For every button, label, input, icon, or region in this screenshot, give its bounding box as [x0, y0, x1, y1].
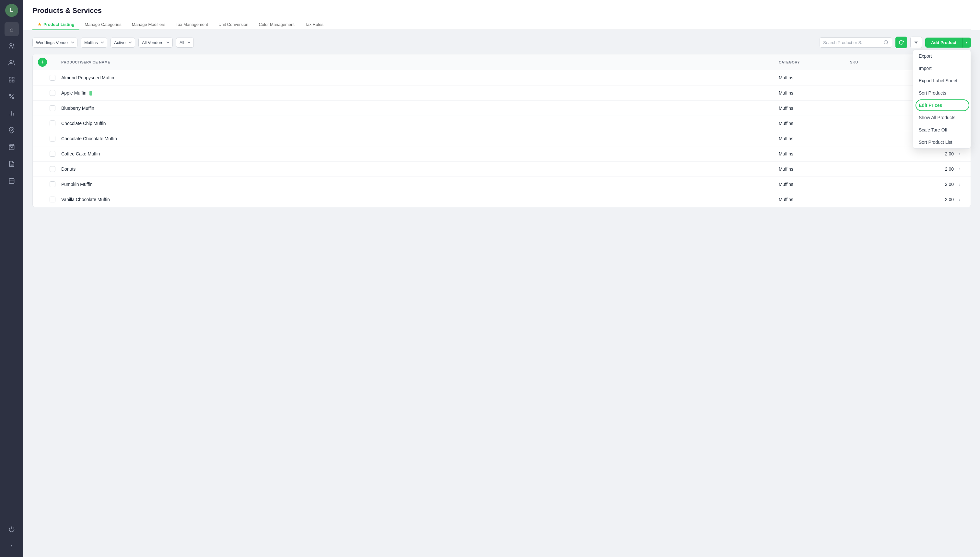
sidebar-item-calendar[interactable] [5, 174, 19, 188]
product-category: Muffins [779, 182, 850, 187]
table-row: Donuts Muffins 2.00 › [33, 161, 970, 177]
table-row: Chocolate Chocolate Muffin Muffins 2.00 … [33, 131, 970, 147]
add-product-dropdown-button[interactable]: ▾ [962, 37, 971, 47]
svg-point-8 [13, 98, 14, 99]
add-product-group: Add Product ▾ [925, 37, 971, 47]
svg-point-0 [10, 44, 12, 46]
add-product-button[interactable]: Add Product [925, 37, 962, 47]
sidebar-item-report[interactable] [5, 157, 19, 171]
product-name: Pumpkin Muffin [61, 182, 779, 187]
table-row: Chocolate Chip Muffin Muffins 2.00 › [33, 116, 970, 131]
table-row: Pumpkin Muffin Muffins 2.00 › [33, 177, 970, 192]
status-filter[interactable]: Active [111, 37, 135, 47]
product-badge [90, 91, 92, 96]
product-name: Apple Muffin [61, 90, 779, 96]
collapse-icon[interactable]: › [5, 539, 19, 553]
tab-color-management[interactable]: Color Management [253, 20, 300, 30]
menu-item-scale-tare[interactable]: Scale Tare Off [913, 124, 970, 136]
tab-manage-modifiers[interactable]: Manage Modifiers [127, 20, 170, 30]
vendor-filter[interactable]: All Vendors [138, 37, 173, 47]
sidebar-item-team[interactable] [5, 56, 19, 70]
tab-bar: ★ Product Listing Manage Categories Mana… [33, 20, 971, 30]
table-row: Vanilla Chocolate Muffin Muffins 2.00 › [33, 192, 970, 207]
sidebar-item-percent[interactable] [5, 90, 19, 104]
product-price: 2.00 [908, 151, 954, 156]
menu-item-sort-products[interactable]: Sort Products [913, 87, 970, 99]
row-expand[interactable]: › [954, 151, 965, 156]
menu-item-import[interactable]: Import [913, 62, 970, 75]
row-checkbox[interactable] [50, 197, 56, 202]
svg-rect-5 [10, 80, 11, 82]
row-checkbox[interactable] [50, 151, 56, 157]
search-input[interactable] [823, 40, 882, 45]
search-container [820, 37, 892, 47]
svg-line-6 [10, 94, 14, 98]
menu-item-edit-prices[interactable]: Edit Prices [913, 99, 970, 111]
product-category: Muffins [779, 106, 850, 111]
svg-point-12 [11, 129, 13, 130]
svg-rect-4 [12, 80, 14, 82]
filters-bar: Weddings Venue Muffins Active All Vendor… [33, 37, 971, 48]
header-sku: SKU [850, 60, 908, 64]
row-checkbox[interactable] [50, 181, 56, 187]
search-icon [884, 40, 889, 45]
page-header: Products & Services ★ Product Listing Ma… [23, 0, 980, 30]
row-checkbox[interactable] [50, 136, 56, 142]
row-checkbox[interactable] [50, 166, 56, 172]
page-title: Products & Services [33, 7, 971, 15]
row-expand[interactable]: › [954, 182, 965, 187]
misc-filter[interactable]: All [176, 37, 194, 47]
sidebar-item-chart[interactable] [5, 106, 19, 121]
product-category: Muffins [779, 197, 850, 202]
category-filter[interactable]: Muffins [81, 37, 107, 47]
refresh-button[interactable] [895, 37, 907, 48]
tab-tax-rules[interactable]: Tax Rules [300, 20, 328, 30]
sidebar-item-bag[interactable] [5, 140, 19, 154]
user-avatar[interactable]: L [5, 4, 18, 17]
product-name: Blueberry Muffin [61, 106, 779, 111]
product-category: Muffins [779, 90, 850, 96]
row-checkbox[interactable] [50, 105, 56, 111]
filter-button[interactable] [910, 37, 922, 48]
sidebar-item-grid[interactable] [5, 73, 19, 87]
product-category: Muffins [779, 136, 850, 141]
table-header: + PRODUCT/SERVICE NAME CATEGORY SKU PRIC… [33, 54, 970, 70]
menu-item-sort-list[interactable]: Sort Product List [913, 136, 970, 148]
dropdown-menu: Export Import Export Label Sheet Sort Pr… [913, 50, 971, 149]
header-name: PRODUCT/SERVICE NAME [61, 60, 779, 64]
product-name: Coffee Cake Muffin [61, 151, 779, 156]
sidebar-item-location[interactable] [5, 123, 19, 137]
product-category: Muffins [779, 166, 850, 172]
sidebar-item-home[interactable]: ⌂ [5, 22, 19, 36]
tab-manage-categories[interactable]: Manage Categories [79, 20, 126, 30]
product-category: Muffins [779, 121, 850, 126]
table-row: Blueberry Muffin Muffins 2.00 › [33, 101, 970, 116]
menu-item-export[interactable]: Export [913, 50, 970, 62]
tab-unit-conversion[interactable]: Unit Conversion [213, 20, 254, 30]
sidebar-item-users[interactable] [5, 39, 19, 53]
product-price: 2.00 [908, 197, 954, 202]
menu-item-show-all[interactable]: Show All Products [913, 111, 970, 124]
row-expand[interactable]: › [954, 197, 965, 202]
row-expand[interactable]: › [954, 166, 965, 172]
add-row-button[interactable]: + [38, 58, 47, 67]
header-category: CATEGORY [779, 60, 850, 64]
svg-rect-3 [12, 77, 14, 79]
row-checkbox[interactable] [50, 121, 56, 126]
power-icon[interactable] [5, 522, 19, 536]
svg-line-22 [887, 43, 888, 44]
product-category: Muffins [779, 75, 850, 80]
tab-product-listing[interactable]: ★ Product Listing [33, 20, 79, 30]
content-area: Weddings Venue Muffins Active All Vendor… [23, 30, 980, 557]
product-name: Chocolate Chip Muffin [61, 121, 779, 126]
row-checkbox[interactable] [50, 75, 56, 81]
row-checkbox[interactable] [50, 90, 56, 96]
tab-tax-management[interactable]: Tax Management [170, 20, 213, 30]
header-add: + [38, 58, 50, 67]
venue-filter[interactable]: Weddings Venue [33, 37, 77, 47]
menu-item-export-label[interactable]: Export Label Sheet [913, 75, 970, 87]
table-row: Apple Muffin Muffins 2.00 › [33, 85, 970, 101]
product-price: 2.00 [908, 182, 954, 187]
table-row: Almond Poppyseed Muffin Muffins 3.00 › [33, 70, 970, 85]
product-category: Muffins [779, 151, 850, 156]
